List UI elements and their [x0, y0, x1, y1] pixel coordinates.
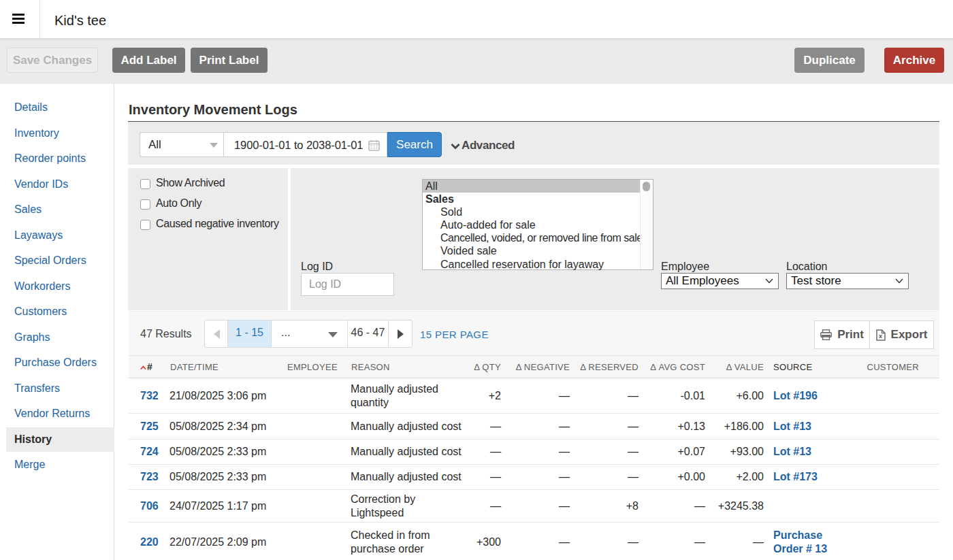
- svg-text:x: x: [879, 333, 882, 340]
